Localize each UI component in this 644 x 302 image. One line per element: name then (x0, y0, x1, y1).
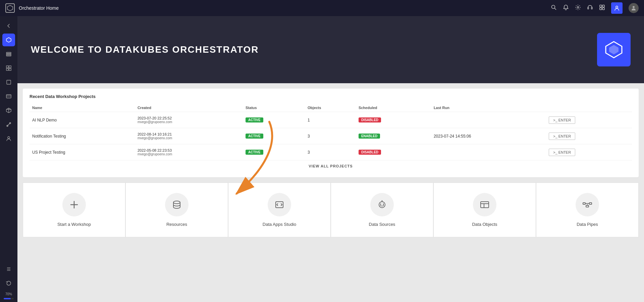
search-icon[interactable] (551, 4, 557, 12)
sidebar-item-refresh[interactable] (2, 277, 15, 290)
enter-button[interactable]: >_ ENTER (549, 149, 575, 156)
sidebar-item-user[interactable] (2, 132, 15, 145)
project-enter[interactable]: >_ ENTER (546, 144, 632, 160)
data-sources-icon (370, 193, 394, 216)
projects-section: Recent Data Workshop Projects Name Creat… (23, 89, 639, 177)
svg-point-3 (577, 7, 579, 8)
topbar-icons (551, 2, 639, 14)
svg-rect-9 (602, 8, 604, 10)
resources-label: Resources (166, 222, 187, 227)
sidebar-item-orchestrator[interactable] (2, 34, 15, 46)
svg-point-28 (8, 137, 10, 139)
svg-rect-13 (6, 52, 11, 53)
projects-table: Name Created Status Objects Scheduled La… (30, 104, 632, 172)
card-data-apps-studio[interactable]: Data Apps Studio (228, 183, 331, 237)
sidebar-item-list[interactable] (2, 263, 15, 275)
data-sources-label: Data Sources (369, 222, 395, 227)
card-data-sources[interactable]: Data Sources (331, 183, 433, 237)
data-pipes-icon (576, 193, 599, 216)
table-row: Notification Testing 2022-08-14 10:16:21… (30, 128, 632, 144)
enter-button[interactable]: >_ ENTER (549, 133, 575, 140)
card-resources[interactable]: Resources (125, 183, 228, 237)
svg-rect-6 (600, 5, 602, 7)
project-scheduled: ENABLED (356, 128, 431, 144)
col-action (546, 104, 632, 112)
svg-rect-15 (6, 55, 11, 56)
sidebar-item-cube[interactable] (2, 76, 15, 89)
project-lastrun (431, 112, 546, 128)
svg-point-10 (616, 6, 618, 8)
table-row: AI NLP Demo 2023-07-20 22:25:52 mvego@gr… (30, 112, 632, 128)
data-apps-studio-icon (268, 193, 291, 216)
svg-marker-33 (609, 45, 619, 54)
sidebar-item-box[interactable] (2, 104, 15, 117)
bell-icon[interactable] (563, 4, 569, 12)
sidebar-item-tools[interactable] (2, 118, 15, 131)
svg-rect-21 (6, 95, 11, 98)
sidebar-collapse-btn[interactable] (2, 19, 15, 32)
avatar[interactable] (629, 3, 639, 13)
col-name: Name (30, 104, 135, 112)
col-status: Status (243, 104, 305, 112)
project-enter[interactable]: >_ ENTER (546, 128, 632, 144)
card-start-workshop[interactable]: Start a Workshop (23, 183, 125, 237)
view-all-link[interactable]: VIEW ALL PROJECTS (309, 164, 353, 168)
table-row: US Project Testing 2022-05-08 22:23:53 m… (30, 144, 632, 160)
svg-point-36 (173, 201, 180, 204)
banner-logo (597, 33, 631, 66)
svg-point-11 (633, 6, 635, 8)
svg-rect-45 (583, 203, 585, 204)
resources-icon (165, 193, 189, 216)
app-logo (5, 3, 15, 13)
active-nav-icon[interactable] (611, 2, 623, 14)
page-title: Orchestrator Home (19, 5, 547, 11)
svg-rect-8 (600, 8, 602, 10)
sidebar-item-layers[interactable] (2, 48, 15, 60)
cards-section: Start a Workshop Resources Data Apps Stu… (23, 183, 639, 237)
project-status: ACTIVE (243, 144, 305, 160)
project-name: Notification Testing (30, 128, 135, 144)
view-all-row[interactable]: VIEW ALL PROJECTS (30, 160, 632, 172)
project-name: AI NLP Demo (30, 112, 135, 128)
sidebar-item-grid[interactable] (2, 62, 15, 74)
project-status: ACTIVE (243, 112, 305, 128)
card-data-pipes[interactable]: Data Pipes (536, 183, 639, 237)
project-created: 2022-05-08 22:23:53 mvego@grupoenx.com (135, 144, 243, 160)
data-objects-icon (473, 193, 496, 216)
welcome-banner: WELCOME TO DATAKUBES ORCHESTRATOR (17, 16, 644, 83)
svg-rect-16 (6, 66, 8, 68)
svg-rect-48 (586, 205, 589, 207)
svg-rect-19 (9, 68, 11, 70)
svg-line-25 (7, 123, 10, 126)
project-enter[interactable]: >_ ENTER (546, 112, 632, 128)
apps-grid-icon[interactable] (599, 4, 605, 12)
settings-icon[interactable] (575, 4, 581, 12)
main-content: WELCOME TO DATAKUBES ORCHESTRATOR Recent… (17, 16, 644, 302)
topbar: Orchestrator Home (0, 0, 644, 16)
svg-rect-20 (7, 80, 11, 84)
col-created: Created (135, 104, 243, 112)
project-scheduled: DISABLED (356, 144, 431, 160)
project-status: ACTIVE (243, 128, 305, 144)
cards-container: Start a Workshop Resources Data Apps Stu… (17, 183, 644, 237)
headset-icon[interactable] (587, 4, 593, 12)
projects-section-title: Recent Data Workshop Projects (30, 94, 632, 99)
svg-point-38 (379, 202, 385, 208)
project-scheduled: DISABLED (356, 112, 431, 128)
card-data-objects[interactable]: Data Objects (433, 183, 536, 237)
svg-line-2 (554, 8, 556, 10)
svg-rect-4 (588, 7, 589, 9)
svg-rect-14 (6, 54, 11, 55)
col-objects: Objects (305, 104, 356, 112)
enter-button[interactable]: >_ ENTER (549, 116, 575, 124)
svg-rect-5 (591, 7, 592, 9)
zoom-bar (4, 298, 14, 299)
svg-marker-0 (7, 5, 13, 11)
sidebar-item-card[interactable] (2, 90, 15, 103)
svg-rect-7 (602, 5, 604, 7)
project-lastrun (431, 144, 546, 160)
data-objects-label: Data Objects (472, 222, 497, 227)
project-objects: 3 (305, 128, 356, 144)
data-apps-studio-label: Data Apps Studio (263, 222, 296, 227)
project-name: US Project Testing (30, 144, 135, 160)
